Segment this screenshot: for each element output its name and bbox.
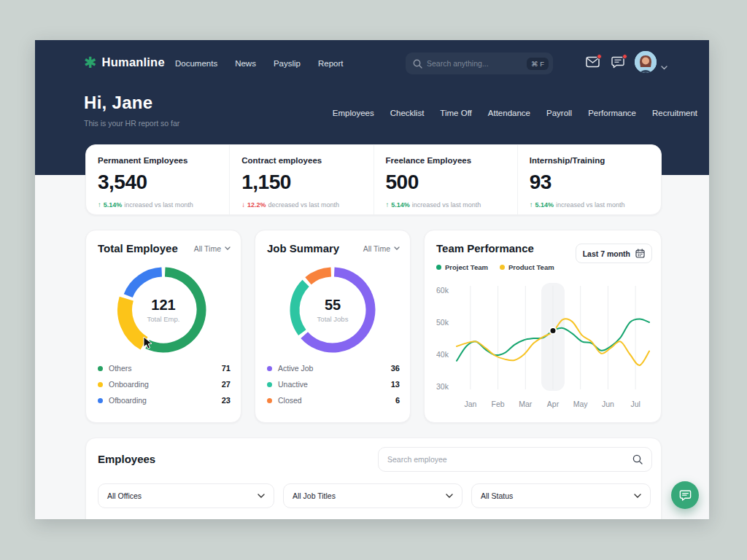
legend-dot — [98, 366, 103, 371]
filter-all-job-titles[interactable]: All Job Titles — [283, 483, 462, 508]
svg-text:60k: 60k — [436, 286, 449, 295]
team-performance-legend: Project Team Product Team — [436, 263, 554, 271]
svg-text:Jul: Jul — [630, 400, 640, 408]
employee-search[interactable] — [378, 447, 652, 472]
legend-item-product-team: Product Team — [500, 263, 554, 271]
svg-text:40k: 40k — [436, 350, 449, 359]
legend-dot — [436, 265, 441, 270]
up-arrow-icon: ↑ — [530, 201, 533, 209]
legend-item-closed: Closed6 — [267, 392, 400, 408]
svg-text:50k: 50k — [436, 318, 449, 327]
calendar-icon — [635, 249, 645, 258]
legend-item-others: Others71 — [98, 360, 231, 376]
nav-item-payslip[interactable]: Payslip — [274, 59, 301, 68]
mail-notification-dot — [597, 54, 602, 59]
chevron-down-icon — [225, 246, 231, 250]
legend-item-ofboarding: Ofboarding23 — [98, 392, 231, 408]
messages-button[interactable] — [611, 56, 626, 69]
employees-card: Employees All Offices All Job Titles All… — [85, 438, 662, 519]
stat-permanent-employees: Permanent Employees 3,540 ↑5.14%increase… — [86, 145, 229, 214]
nav-item-documents[interactable]: Documents — [175, 59, 217, 68]
job-summary-donut-chart[interactable] — [285, 262, 381, 358]
tab-time-off[interactable]: Time Off — [440, 109, 471, 117]
nav-item-report[interactable]: Report — [318, 59, 344, 68]
messages-notification-dot — [622, 54, 627, 59]
team-performance-card: Team Performance Project Team Product Te… — [424, 230, 662, 423]
tab-employees[interactable]: Employees — [333, 109, 374, 117]
chevron-down-icon — [258, 494, 265, 498]
magnifier-icon — [632, 454, 643, 464]
card-title: Total Employee — [98, 242, 178, 254]
chevron-down-icon — [634, 494, 641, 498]
legend-item-onboarding: Onboarding27 — [98, 376, 231, 392]
job-summary-card: Job Summary All Time 55 Total Jobs Activ… — [255, 230, 411, 423]
search-input[interactable] — [427, 59, 527, 68]
asterisk-icon: ✱ — [84, 55, 97, 70]
up-arrow-icon: ↑ — [98, 201, 101, 209]
tab-checklist[interactable]: Checklist — [390, 109, 425, 117]
stat-internship-training: Internship/Training 93 ↑5.14%increased v… — [517, 145, 661, 214]
svg-text:Apr: Apr — [547, 400, 560, 408]
svg-text:Mar: Mar — [519, 400, 533, 408]
chat-bubble-icon — [679, 489, 692, 501]
svg-text:30k: 30k — [436, 382, 449, 391]
total-employee-card: Total Employee All Time 121 Total Emp. O… — [85, 230, 241, 423]
date-range-button[interactable]: Last 7 month — [576, 244, 652, 263]
card-title: Team Performance — [436, 242, 534, 254]
tab-payroll[interactable]: Payroll — [546, 109, 572, 117]
stats-summary-card: Permanent Employees 3,540 ↑5.14%increase… — [85, 144, 662, 215]
job-summary-time-filter[interactable]: All Time — [363, 244, 400, 253]
tab-recruitment[interactable]: Recruitment — [652, 109, 697, 117]
search-shortcut-badge: ⌘ F — [527, 58, 549, 70]
svg-text:Jan: Jan — [464, 400, 476, 408]
up-arrow-icon: ↑ — [386, 201, 390, 209]
employee-search-input[interactable] — [387, 455, 632, 464]
legend-dot — [267, 366, 272, 371]
top-navigation: Documents News Payslip Report — [175, 59, 344, 68]
mail-button[interactable] — [586, 56, 600, 69]
page-title: Hi, Jane — [84, 93, 152, 113]
svg-text:Jun: Jun — [602, 400, 614, 408]
total-employee-donut-chart[interactable] — [115, 262, 212, 358]
total-employee-time-filter[interactable]: All Time — [194, 244, 231, 253]
app-logo[interactable]: ✱ Humanline — [84, 55, 165, 70]
chat-fab-button[interactable] — [671, 481, 699, 509]
chevron-down-icon — [446, 494, 453, 498]
legend-dot — [267, 398, 272, 403]
job-summary-legend: Active Job36 Unactive13 Closed6 — [267, 360, 400, 408]
magnifier-icon — [413, 59, 422, 69]
svg-text:Feb: Feb — [492, 400, 505, 408]
filter-all-offices[interactable]: All Offices — [98, 483, 274, 508]
legend-item-active-job: Active Job36 — [267, 360, 400, 376]
legend-dot — [267, 382, 272, 387]
app-name: Humanline — [102, 55, 165, 69]
tab-performance[interactable]: Performance — [588, 109, 636, 117]
chevron-down-icon — [394, 246, 400, 250]
total-employee-legend: Others71 Onboarding27 Ofboarding23 — [98, 360, 231, 408]
legend-dot — [98, 398, 103, 403]
app-window: ✱ Humanline Documents News Payslip Repor… — [35, 40, 709, 519]
chevron-down-icon[interactable] — [661, 60, 667, 73]
legend-dot — [500, 265, 505, 270]
down-arrow-icon: ↓ — [241, 201, 245, 209]
employees-section-title: Employees — [98, 453, 155, 465]
legend-dot — [98, 382, 103, 387]
svg-text:May: May — [573, 400, 589, 408]
legend-item-project-team: Project Team — [436, 263, 488, 271]
stat-freelance-employees: Freelance Employees 500 ↑5.14%increased … — [374, 145, 517, 214]
nav-item-news[interactable]: News — [235, 59, 256, 68]
global-search[interactable]: ⌘ F — [406, 52, 553, 74]
user-avatar[interactable] — [635, 51, 657, 73]
tab-attendance[interactable]: Attendance — [488, 109, 530, 117]
filter-all-status[interactable]: All Status — [471, 483, 651, 508]
card-title: Job Summary — [267, 242, 339, 254]
team-performance-line-chart[interactable]: 60k50k40k30kJanFebMarAprMayJunJul — [436, 280, 651, 413]
page-subtitle: This is your HR report so far — [84, 119, 179, 128]
stat-contract-employees: Contract employees 1,150 ↓12.2%decreased… — [229, 145, 373, 214]
hr-section-tabs: Employees Checklist Time Off Attendance … — [333, 109, 697, 117]
legend-item-unactive: Unactive13 — [267, 376, 400, 392]
